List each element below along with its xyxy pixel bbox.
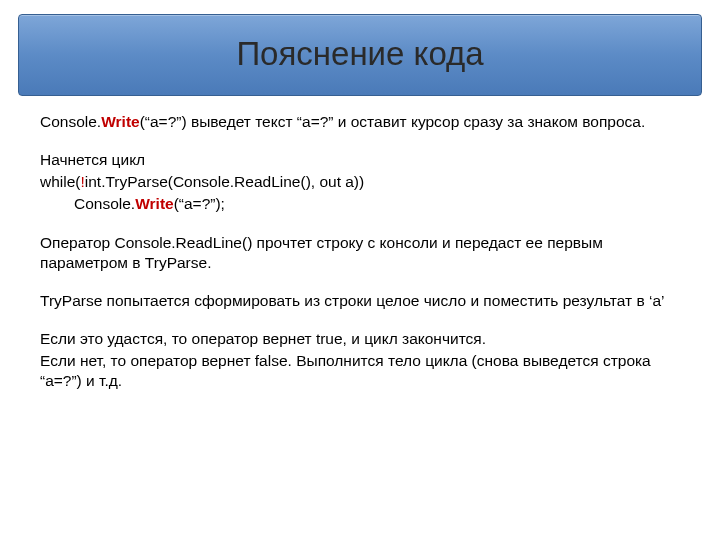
para-7: Если это удастся, то оператор вернет tru… xyxy=(40,329,680,349)
para-4-tail: (“a=?”); xyxy=(174,195,225,212)
code-write: Write xyxy=(101,113,139,130)
slide-title: Пояснение кода xyxy=(29,35,691,73)
code-console: Console. xyxy=(40,113,101,130)
code-while: while( xyxy=(40,173,80,190)
para-5: Оператор Console.ReadLine() прочтет стро… xyxy=(40,233,680,273)
slide-title-box: Пояснение кода xyxy=(18,14,702,96)
code-console-2: Console. xyxy=(74,195,135,212)
code-while-tail: int.TryParse(Console.ReadLine(), out a)) xyxy=(85,173,364,190)
para-2: Начнется цикл xyxy=(40,150,680,170)
para-3: while(!int.TryParse(Console.ReadLine(), … xyxy=(40,172,680,192)
para-1: Console.Write(“a=?”) выведет текст “a=?”… xyxy=(40,112,680,132)
para-1-tail: (“a=?”) выведет текст “a=?” и оставит ку… xyxy=(140,113,646,130)
para-8: Если нет, то оператор вернет false. Выпо… xyxy=(40,351,680,391)
para-4: Console.Write(“a=?”); xyxy=(40,194,680,214)
code-write-2: Write xyxy=(135,195,173,212)
slide-body: Console.Write(“a=?”) выведет текст “a=?”… xyxy=(0,112,720,391)
para-6: TryParse попытается сформировать из стро… xyxy=(40,291,680,311)
